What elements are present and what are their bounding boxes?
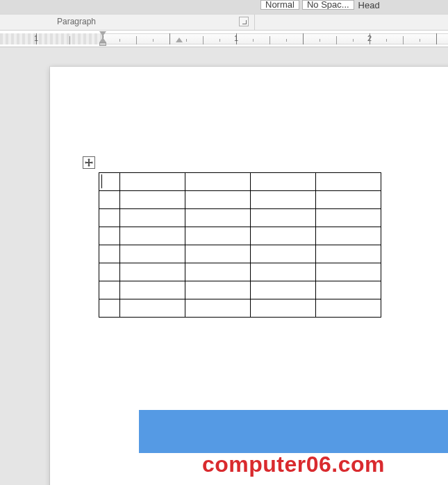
table-cell[interactable] <box>251 299 316 318</box>
watermark-bar <box>139 410 448 453</box>
table-cell[interactable] <box>251 281 316 299</box>
table-cell[interactable] <box>120 173 185 191</box>
ruler-left-margin[interactable] <box>0 33 103 44</box>
table-cell[interactable] <box>99 281 120 299</box>
ruler-tick <box>336 36 337 44</box>
table-row[interactable] <box>99 263 381 281</box>
table-cell[interactable] <box>120 227 185 245</box>
table-cell[interactable] <box>316 281 381 299</box>
ruler-tick <box>353 39 354 42</box>
right-indent-marker[interactable] <box>176 38 183 42</box>
ruler-tick <box>303 33 304 44</box>
ruler-tick <box>186 39 187 42</box>
ruler-number: 2 <box>367 34 372 42</box>
table-cell[interactable] <box>99 209 120 227</box>
table-cell[interactable] <box>185 299 251 318</box>
style-gallery: Normal No Spac... Head <box>260 0 381 10</box>
ruler-tick <box>403 36 404 44</box>
ruler-number: 1 <box>34 34 38 42</box>
table-row[interactable] <box>99 245 381 263</box>
style-normal-button[interactable]: Normal <box>260 0 299 10</box>
ruler-tick <box>69 36 70 44</box>
table-cell[interactable] <box>99 191 120 209</box>
ruler-tick <box>269 36 270 44</box>
table-cell[interactable] <box>316 263 381 281</box>
table-cell[interactable] <box>185 173 251 191</box>
table-cell[interactable] <box>99 173 120 191</box>
table-cell[interactable] <box>251 263 316 281</box>
ruler-number: 1 <box>234 34 238 42</box>
hanging-indent-marker[interactable] <box>99 38 106 42</box>
table-row[interactable] <box>99 227 381 245</box>
table-cell[interactable] <box>251 191 316 209</box>
table-cell[interactable] <box>316 173 381 191</box>
watermark-text: computer06.com <box>139 452 448 477</box>
table-cell[interactable] <box>185 227 251 245</box>
ruler-tick <box>169 33 170 44</box>
table-cell[interactable] <box>120 245 185 263</box>
table-cell[interactable] <box>120 263 185 281</box>
table-row[interactable] <box>99 173 381 191</box>
paragraph-dialog-launcher[interactable] <box>239 17 249 26</box>
ruler-tick <box>253 39 254 42</box>
table-cell[interactable] <box>251 173 316 191</box>
table-move-handle[interactable] <box>83 156 95 169</box>
ruler-tick <box>119 39 120 42</box>
table-cell[interactable] <box>316 209 381 227</box>
table-cell[interactable] <box>251 227 316 245</box>
table-cell[interactable] <box>185 245 251 263</box>
ruler-tick <box>386 39 387 42</box>
table-cell[interactable] <box>99 263 120 281</box>
table-row[interactable] <box>99 299 381 318</box>
table-cell[interactable] <box>251 209 316 227</box>
table-cell[interactable] <box>99 245 120 263</box>
horizontal-ruler[interactable]: 1 1 2 <box>0 31 448 47</box>
text-cursor <box>101 174 102 188</box>
table-cell[interactable] <box>120 299 185 318</box>
paragraph-group-label: Paragraph <box>57 17 96 26</box>
table-cell[interactable] <box>316 245 381 263</box>
ruler-tick <box>203 36 204 44</box>
ribbon-top: Normal No Spac... Head <box>0 0 448 14</box>
document-table[interactable] <box>99 172 381 318</box>
style-heading-button[interactable]: Head <box>357 0 381 10</box>
table-cell[interactable] <box>185 263 251 281</box>
table-cell[interactable] <box>185 191 251 209</box>
table-cell[interactable] <box>120 191 185 209</box>
ruler-tick <box>436 33 437 44</box>
table-row[interactable] <box>99 191 381 209</box>
table-cell[interactable] <box>316 227 381 245</box>
ruler-tick <box>286 39 287 42</box>
ruler-tick <box>320 39 320 42</box>
ruler-tick <box>153 39 154 42</box>
group-divider <box>254 15 255 30</box>
table-cell[interactable] <box>251 245 316 263</box>
first-line-indent-marker[interactable] <box>99 31 106 36</box>
ruler-tick <box>136 36 137 44</box>
table-cell[interactable] <box>99 299 120 318</box>
table-cell[interactable] <box>120 281 185 299</box>
ruler-tick <box>219 39 220 42</box>
table-cell[interactable] <box>120 209 185 227</box>
move-icon <box>85 158 93 167</box>
style-nospacing-button[interactable]: No Spac... <box>302 0 354 10</box>
table-cell[interactable] <box>316 191 381 209</box>
ruler-tick <box>420 39 420 42</box>
table-cell[interactable] <box>185 281 251 299</box>
table-cell[interactable] <box>316 299 381 318</box>
table-row[interactable] <box>99 209 381 227</box>
table-cell[interactable] <box>99 227 120 245</box>
table-cell[interactable] <box>185 209 251 227</box>
left-indent-marker[interactable] <box>99 42 106 46</box>
table-row[interactable] <box>99 281 381 299</box>
ribbon-group-row: Paragraph <box>0 14 448 31</box>
